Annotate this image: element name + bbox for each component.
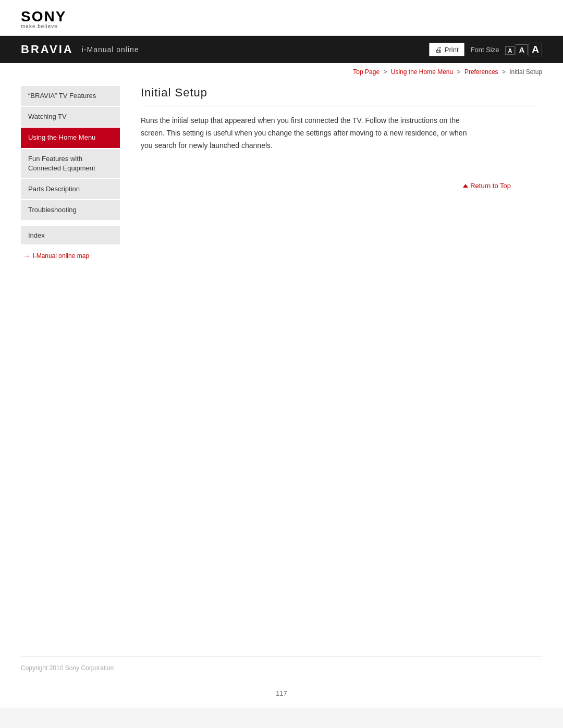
sidebar-item-bravia-features[interactable]: “BRAVIA” TV Features [21, 86, 120, 106]
font-size-large-button[interactable]: A [529, 43, 542, 56]
logo-bar: SONY make.believe [0, 0, 563, 36]
return-to-top-label: Return to Top [470, 182, 511, 190]
font-size-controls: A A A [505, 43, 542, 56]
breadcrumb: Top Page > Using the Home Menu > Prefere… [0, 63, 563, 81]
sony-tagline: make.believe [21, 24, 542, 29]
sidebar-item-fun-features[interactable]: Fun Features with Connected Equipment [21, 149, 120, 178]
bravia-bar: BRAVIA i-Manual online 🖨 Print Font Size… [0, 36, 563, 63]
print-label: Print [445, 46, 459, 54]
sidebar-divider [21, 221, 125, 226]
breadcrumb-sep2: > [457, 68, 461, 76]
main-container: Top Page > Using the Home Menu > Prefere… [0, 63, 563, 708]
font-size-small-button[interactable]: A [505, 46, 515, 55]
main-content: Initial Setup Runs the initial setup tha… [125, 81, 563, 636]
return-top-bar: Return to Top [141, 172, 537, 194]
content-layout: “BRAVIA” TV Features Watching TV Using t… [0, 81, 563, 657]
sidebar-item-watching-tv[interactable]: Watching TV [21, 107, 120, 127]
page-number: 117 [0, 679, 563, 708]
sidebar-item-using-home-menu[interactable]: Using the Home Menu [21, 128, 120, 147]
breadcrumb-using-home-menu[interactable]: Using the Home Menu [391, 68, 453, 76]
sony-logo: SONY make.believe [21, 9, 542, 29]
breadcrumb-top-page[interactable]: Top Page [353, 68, 380, 76]
page-description: Runs the initial setup that appeared whe… [141, 115, 474, 152]
manual-map-link[interactable]: → i-Manual online map [23, 252, 125, 260]
bravia-toolbar: 🖨 Print Font Size A A A [429, 43, 542, 56]
breadcrumb-sep3: > [502, 68, 506, 76]
sidebar-item-index[interactable]: Index [21, 226, 120, 244]
page-title: Initial Setup [141, 86, 537, 106]
print-icon: 🖨 [435, 45, 442, 54]
print-button[interactable]: 🖨 Print [429, 43, 464, 56]
footer-copyright: Copyright 2010 Sony Corporation [0, 657, 563, 679]
bravia-subtitle: i-Manual online [82, 45, 139, 54]
sidebar-item-parts-description[interactable]: Parts Description [21, 179, 120, 199]
sidebar: “BRAVIA” TV Features Watching TV Using t… [0, 81, 125, 636]
bravia-logo: BRAVIA [21, 43, 74, 56]
sony-brand: SONY [21, 9, 542, 24]
arrow-right-icon: → [23, 252, 30, 260]
breadcrumb-preferences[interactable]: Preferences [464, 68, 498, 76]
breadcrumb-sep1: > [383, 68, 387, 76]
font-size-label: Font Size [471, 46, 499, 54]
triangle-up-icon [463, 184, 468, 188]
font-size-medium-button[interactable]: A [516, 44, 528, 55]
return-to-top-link[interactable]: Return to Top [463, 182, 511, 190]
bravia-left: BRAVIA i-Manual online [21, 43, 139, 56]
breadcrumb-current: Initial Setup [509, 68, 542, 76]
map-link-label: i-Manual online map [33, 252, 89, 260]
sidebar-item-troubleshooting[interactable]: Troubleshooting [21, 200, 120, 220]
